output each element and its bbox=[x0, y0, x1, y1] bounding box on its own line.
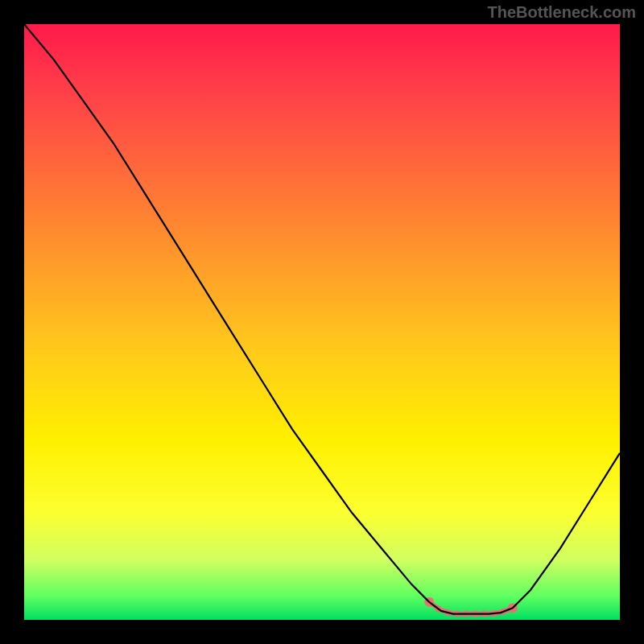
watermark-text: TheBottleneck.com bbox=[488, 3, 636, 22]
plot-area bbox=[24, 24, 620, 620]
bottleneck-curve bbox=[24, 24, 620, 614]
chart-svg bbox=[24, 24, 620, 620]
chart-container: TheBottleneck.com bbox=[0, 0, 644, 644]
